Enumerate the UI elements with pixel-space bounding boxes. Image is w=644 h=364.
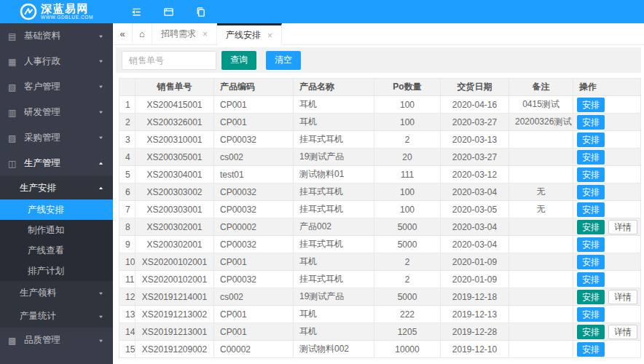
header-icons	[130, 6, 206, 17]
orders-table: 销售单号产品编码产品名称Po数量交货日期备注操作 1XS200415001CP0…	[119, 78, 641, 358]
chevron-down-icon: ▼	[98, 290, 104, 295]
cell-product_name: 测试物料002	[294, 341, 374, 358]
column-header: 交货日期	[441, 79, 509, 96]
cell-po_qty: 111	[374, 166, 441, 183]
cell-product_name: 耳机	[294, 323, 374, 341]
cell-delivery_date: 2020-01-09	[441, 253, 509, 271]
cell-sale_no: XS20191213002	[136, 306, 214, 323]
scroll-tabs-left-icon[interactable]: «	[113, 23, 133, 44]
sidebar-item-customer-mgmt[interactable]: ▧客户管理▼	[0, 74, 113, 100]
cell-index: 4	[119, 149, 136, 166]
arrange-button[interactable]: 安排	[577, 237, 605, 252]
arrange-button[interactable]: 安排	[577, 98, 605, 112]
arrange-button[interactable]: 安排	[577, 202, 605, 217]
tab-recruit-demand[interactable]: 招聘需求×	[152, 23, 217, 44]
arrange-button[interactable]: 安排	[577, 255, 605, 269]
orders-table-wrap: 销售单号产品编码产品名称Po数量交货日期备注操作 1XS200415001CP0…	[119, 78, 641, 358]
detail-button[interactable]: 详情	[608, 325, 637, 339]
cell-po_qty: 100	[374, 96, 441, 114]
chevron-down-icon: ▼	[98, 60, 104, 64]
tab-line-arrange[interactable]: 产线安排×	[217, 23, 282, 45]
window-icon[interactable]	[162, 6, 174, 17]
arrange-button[interactable]: 安排	[577, 220, 605, 234]
tab-label: 招聘需求	[161, 28, 196, 40]
arrange-button[interactable]: 安排	[577, 272, 605, 287]
arrange-button[interactable]: 安排	[577, 307, 605, 322]
copy-icon[interactable]	[195, 6, 206, 17]
sidebar-item-rd-mgmt[interactable]: ▥研发管理▼	[0, 100, 113, 125]
sidebar-item-label: 产线查看	[28, 245, 64, 257]
brand[interactable]: 深蓝易网 WWW.GDBLUE.COM	[0, 0, 113, 23]
cell-delivery_date: 2020-01-09	[441, 271, 509, 288]
detail-button[interactable]: 详情	[608, 290, 637, 304]
chevron-up-icon: ▲	[98, 186, 104, 190]
logo-icon	[20, 3, 37, 20]
cell-actions: 安排详情	[573, 218, 641, 236]
sidebar-item-make-notice[interactable]: 制作通知	[0, 220, 113, 240]
close-tab-icon[interactable]: ×	[267, 31, 272, 40]
table-row: 15XS20191209002C00002测试物料002100002019-12…	[119, 341, 641, 358]
sidebar-item-production-arrange[interactable]: 生产安排▲	[0, 176, 113, 199]
chevron-down-icon: ▼	[98, 136, 104, 141]
sidebar-item-label: 生产安排	[20, 182, 56, 194]
top-header: 深蓝易网 WWW.GDBLUE.COM	[0, 0, 644, 23]
cell-actions: 安排	[573, 183, 641, 201]
table-row: 2XS200326001CP001耳机1002020-03-2720200326…	[119, 114, 641, 131]
cell-product_name: 测试物料01	[294, 166, 374, 183]
detail-button[interactable]: 详情	[608, 220, 637, 234]
arrange-button[interactable]: 安排	[577, 325, 605, 339]
sidebar-item-label: 研发管理	[24, 106, 60, 119]
sidebar-item-line-arrange[interactable]: 产线安排	[0, 199, 113, 220]
arrange-button[interactable]: 安排	[577, 342, 605, 357]
cell-product_name: 产品002	[294, 218, 374, 236]
cell-index: 9	[119, 236, 136, 253]
sidebar-item-production-mgmt[interactable]: ◫生产管理▲	[0, 151, 113, 176]
cell-index: 1	[119, 96, 136, 114]
sidebar-item-quality-mgmt[interactable]: ▩品质管理▼	[0, 328, 113, 353]
cell-po_qty: 5000	[374, 218, 441, 236]
search-toolbar: 查询 清空	[116, 47, 641, 73]
cell-actions: 安排	[573, 341, 641, 358]
close-tab-icon[interactable]: ×	[203, 30, 208, 39]
sidebar-item-output-stats[interactable]: 产量统计▼	[0, 304, 113, 328]
sidebar-item-production-material[interactable]: 生产领料▼	[0, 281, 113, 304]
tools-icon: ▧	[8, 83, 17, 92]
sidebar-item-label: 基础资料	[24, 30, 60, 42]
outline-list-icon[interactable]	[130, 6, 142, 17]
sidebar-item-line-view[interactable]: 产线查看	[0, 240, 113, 261]
clear-button[interactable]: 清空	[266, 51, 301, 70]
cell-product_code: CP001	[214, 323, 294, 341]
cell-product_code: CP00032	[214, 236, 294, 253]
cell-remark	[509, 288, 573, 306]
cell-remark	[509, 323, 573, 341]
brand-title: 深蓝易网	[41, 3, 93, 14]
sidebar-item-scheduling-plan[interactable]: 排产计划	[0, 261, 113, 281]
cell-delivery_date: 2020-04-16	[441, 96, 509, 114]
table-row: 11XS20200102001CP00032挂耳式耳机22020-01-09安排	[119, 271, 641, 288]
query-button[interactable]: 查询	[221, 51, 256, 70]
cell-remark	[509, 341, 573, 358]
sidebar-item-purchasing-mgmt[interactable]: ▨采购管理▼	[0, 125, 113, 151]
arrange-button[interactable]: 安排	[577, 290, 605, 304]
grid-icon: ▦	[8, 58, 17, 66]
sidebar-item-hr-admin[interactable]: ▦人事行政▼	[0, 49, 113, 74]
arrange-button[interactable]: 安排	[577, 115, 605, 130]
arrange-button[interactable]: 安排	[577, 150, 605, 165]
arrange-button[interactable]: 安排	[577, 132, 605, 147]
cell-delivery_date: 2020-03-05	[441, 201, 509, 218]
sidebar-item-basic-data[interactable]: ▤基础资料▼	[0, 23, 113, 49]
cell-sale_no: XS200415001	[136, 96, 214, 114]
sidebar-item-label: 客户管理	[24, 81, 60, 93]
arrange-button[interactable]: 安排	[577, 167, 605, 182]
cell-product_name: 耳机	[294, 253, 374, 271]
tab-label: 产线安排	[226, 29, 261, 41]
cell-product_name: 耳机	[294, 306, 374, 323]
cell-po_qty: 2	[374, 253, 441, 271]
home-icon[interactable]: ⌂	[133, 23, 152, 44]
sidebar-item-label: 产线安排	[28, 204, 64, 216]
cell-remark: 无	[509, 183, 573, 201]
cell-sale_no: XS200303001	[136, 201, 214, 218]
chevron-down-icon: ▼	[98, 339, 104, 343]
arrange-button[interactable]: 安排	[577, 185, 605, 199]
search-input[interactable]	[122, 51, 216, 70]
